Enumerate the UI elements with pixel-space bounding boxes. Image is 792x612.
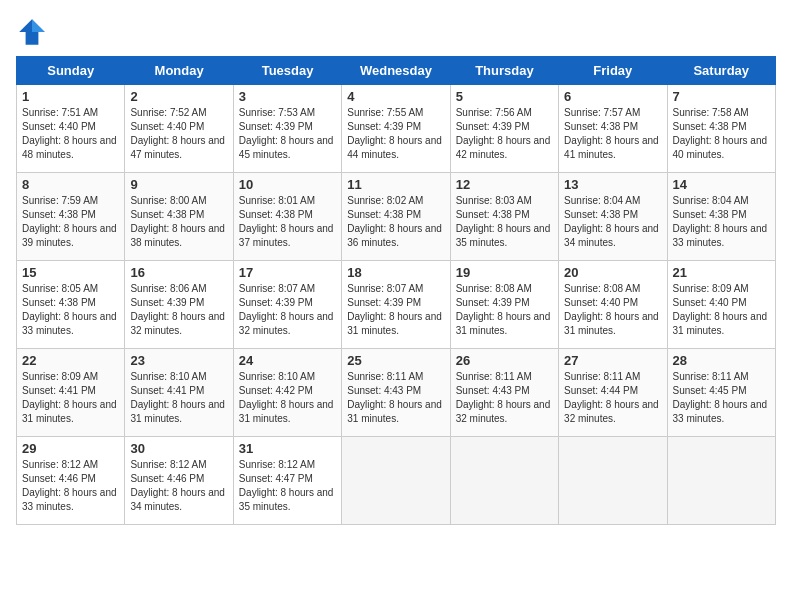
cell-info: Sunrise: 7:51 AMSunset: 4:40 PMDaylight:… — [22, 107, 117, 160]
cell-info: Sunrise: 8:12 AMSunset: 4:47 PMDaylight:… — [239, 459, 334, 512]
col-header-tuesday: Tuesday — [233, 57, 341, 85]
calendar-cell — [667, 437, 775, 525]
calendar-cell: 9Sunrise: 8:00 AMSunset: 4:38 PMDaylight… — [125, 173, 233, 261]
cell-info: Sunrise: 8:11 AMSunset: 4:43 PMDaylight:… — [456, 371, 551, 424]
day-number: 18 — [347, 265, 444, 280]
day-number: 21 — [673, 265, 770, 280]
cell-info: Sunrise: 8:09 AMSunset: 4:41 PMDaylight:… — [22, 371, 117, 424]
day-number: 5 — [456, 89, 553, 104]
cell-info: Sunrise: 7:53 AMSunset: 4:39 PMDaylight:… — [239, 107, 334, 160]
calendar-cell: 7Sunrise: 7:58 AMSunset: 4:38 PMDaylight… — [667, 85, 775, 173]
calendar-cell: 22Sunrise: 8:09 AMSunset: 4:41 PMDayligh… — [17, 349, 125, 437]
calendar-cell: 27Sunrise: 8:11 AMSunset: 4:44 PMDayligh… — [559, 349, 667, 437]
day-number: 8 — [22, 177, 119, 192]
logo-icon — [16, 16, 48, 48]
day-number: 10 — [239, 177, 336, 192]
cell-info: Sunrise: 8:09 AMSunset: 4:40 PMDaylight:… — [673, 283, 768, 336]
cell-info: Sunrise: 7:59 AMSunset: 4:38 PMDaylight:… — [22, 195, 117, 248]
calendar-cell: 15Sunrise: 8:05 AMSunset: 4:38 PMDayligh… — [17, 261, 125, 349]
logo — [16, 16, 52, 48]
calendar-cell: 26Sunrise: 8:11 AMSunset: 4:43 PMDayligh… — [450, 349, 558, 437]
day-number: 1 — [22, 89, 119, 104]
cell-info: Sunrise: 7:56 AMSunset: 4:39 PMDaylight:… — [456, 107, 551, 160]
week-row-5: 29Sunrise: 8:12 AMSunset: 4:46 PMDayligh… — [17, 437, 776, 525]
cell-info: Sunrise: 7:55 AMSunset: 4:39 PMDaylight:… — [347, 107, 442, 160]
cell-info: Sunrise: 8:06 AMSunset: 4:39 PMDaylight:… — [130, 283, 225, 336]
col-header-wednesday: Wednesday — [342, 57, 450, 85]
day-number: 26 — [456, 353, 553, 368]
cell-info: Sunrise: 8:08 AMSunset: 4:40 PMDaylight:… — [564, 283, 659, 336]
day-number: 23 — [130, 353, 227, 368]
cell-info: Sunrise: 8:04 AMSunset: 4:38 PMDaylight:… — [564, 195, 659, 248]
day-number: 30 — [130, 441, 227, 456]
cell-info: Sunrise: 8:07 AMSunset: 4:39 PMDaylight:… — [239, 283, 334, 336]
calendar-cell: 4Sunrise: 7:55 AMSunset: 4:39 PMDaylight… — [342, 85, 450, 173]
col-header-monday: Monday — [125, 57, 233, 85]
calendar-cell: 28Sunrise: 8:11 AMSunset: 4:45 PMDayligh… — [667, 349, 775, 437]
cell-info: Sunrise: 8:02 AMSunset: 4:38 PMDaylight:… — [347, 195, 442, 248]
cell-info: Sunrise: 7:58 AMSunset: 4:38 PMDaylight:… — [673, 107, 768, 160]
cell-info: Sunrise: 8:05 AMSunset: 4:38 PMDaylight:… — [22, 283, 117, 336]
day-number: 12 — [456, 177, 553, 192]
day-number: 20 — [564, 265, 661, 280]
day-number: 2 — [130, 89, 227, 104]
week-row-4: 22Sunrise: 8:09 AMSunset: 4:41 PMDayligh… — [17, 349, 776, 437]
page-header — [16, 16, 776, 48]
calendar-cell: 25Sunrise: 8:11 AMSunset: 4:43 PMDayligh… — [342, 349, 450, 437]
col-header-sunday: Sunday — [17, 57, 125, 85]
calendar-cell: 10Sunrise: 8:01 AMSunset: 4:38 PMDayligh… — [233, 173, 341, 261]
week-row-2: 8Sunrise: 7:59 AMSunset: 4:38 PMDaylight… — [17, 173, 776, 261]
col-header-saturday: Saturday — [667, 57, 775, 85]
day-number: 31 — [239, 441, 336, 456]
day-number: 19 — [456, 265, 553, 280]
cell-info: Sunrise: 8:12 AMSunset: 4:46 PMDaylight:… — [130, 459, 225, 512]
day-number: 15 — [22, 265, 119, 280]
calendar-cell: 13Sunrise: 8:04 AMSunset: 4:38 PMDayligh… — [559, 173, 667, 261]
week-row-1: 1Sunrise: 7:51 AMSunset: 4:40 PMDaylight… — [17, 85, 776, 173]
day-number: 6 — [564, 89, 661, 104]
calendar-cell: 5Sunrise: 7:56 AMSunset: 4:39 PMDaylight… — [450, 85, 558, 173]
cell-info: Sunrise: 8:10 AMSunset: 4:41 PMDaylight:… — [130, 371, 225, 424]
calendar-cell: 14Sunrise: 8:04 AMSunset: 4:38 PMDayligh… — [667, 173, 775, 261]
day-number: 4 — [347, 89, 444, 104]
day-number: 11 — [347, 177, 444, 192]
day-number: 9 — [130, 177, 227, 192]
calendar-cell: 20Sunrise: 8:08 AMSunset: 4:40 PMDayligh… — [559, 261, 667, 349]
cell-info: Sunrise: 7:57 AMSunset: 4:38 PMDaylight:… — [564, 107, 659, 160]
day-number: 22 — [22, 353, 119, 368]
day-number: 25 — [347, 353, 444, 368]
day-number: 16 — [130, 265, 227, 280]
cell-info: Sunrise: 7:52 AMSunset: 4:40 PMDaylight:… — [130, 107, 225, 160]
calendar-cell: 2Sunrise: 7:52 AMSunset: 4:40 PMDaylight… — [125, 85, 233, 173]
calendar-cell — [450, 437, 558, 525]
col-header-friday: Friday — [559, 57, 667, 85]
day-number: 27 — [564, 353, 661, 368]
day-number: 3 — [239, 89, 336, 104]
calendar-cell: 21Sunrise: 8:09 AMSunset: 4:40 PMDayligh… — [667, 261, 775, 349]
calendar-cell: 3Sunrise: 7:53 AMSunset: 4:39 PMDaylight… — [233, 85, 341, 173]
cell-info: Sunrise: 8:11 AMSunset: 4:43 PMDaylight:… — [347, 371, 442, 424]
day-number: 29 — [22, 441, 119, 456]
cell-info: Sunrise: 8:10 AMSunset: 4:42 PMDaylight:… — [239, 371, 334, 424]
calendar-cell: 12Sunrise: 8:03 AMSunset: 4:38 PMDayligh… — [450, 173, 558, 261]
calendar-cell: 30Sunrise: 8:12 AMSunset: 4:46 PMDayligh… — [125, 437, 233, 525]
cell-info: Sunrise: 8:12 AMSunset: 4:46 PMDaylight:… — [22, 459, 117, 512]
calendar-cell — [559, 437, 667, 525]
cell-info: Sunrise: 8:00 AMSunset: 4:38 PMDaylight:… — [130, 195, 225, 248]
header-row: SundayMondayTuesdayWednesdayThursdayFrid… — [17, 57, 776, 85]
calendar-cell: 29Sunrise: 8:12 AMSunset: 4:46 PMDayligh… — [17, 437, 125, 525]
calendar-cell: 17Sunrise: 8:07 AMSunset: 4:39 PMDayligh… — [233, 261, 341, 349]
cell-info: Sunrise: 8:11 AMSunset: 4:45 PMDaylight:… — [673, 371, 768, 424]
calendar-cell: 18Sunrise: 8:07 AMSunset: 4:39 PMDayligh… — [342, 261, 450, 349]
calendar-table: SundayMondayTuesdayWednesdayThursdayFrid… — [16, 56, 776, 525]
svg-marker-1 — [32, 19, 45, 32]
cell-info: Sunrise: 8:03 AMSunset: 4:38 PMDaylight:… — [456, 195, 551, 248]
calendar-cell: 19Sunrise: 8:08 AMSunset: 4:39 PMDayligh… — [450, 261, 558, 349]
calendar-cell: 8Sunrise: 7:59 AMSunset: 4:38 PMDaylight… — [17, 173, 125, 261]
calendar-cell: 6Sunrise: 7:57 AMSunset: 4:38 PMDaylight… — [559, 85, 667, 173]
cell-info: Sunrise: 8:11 AMSunset: 4:44 PMDaylight:… — [564, 371, 659, 424]
calendar-cell: 24Sunrise: 8:10 AMSunset: 4:42 PMDayligh… — [233, 349, 341, 437]
calendar-cell: 31Sunrise: 8:12 AMSunset: 4:47 PMDayligh… — [233, 437, 341, 525]
day-number: 17 — [239, 265, 336, 280]
day-number: 28 — [673, 353, 770, 368]
